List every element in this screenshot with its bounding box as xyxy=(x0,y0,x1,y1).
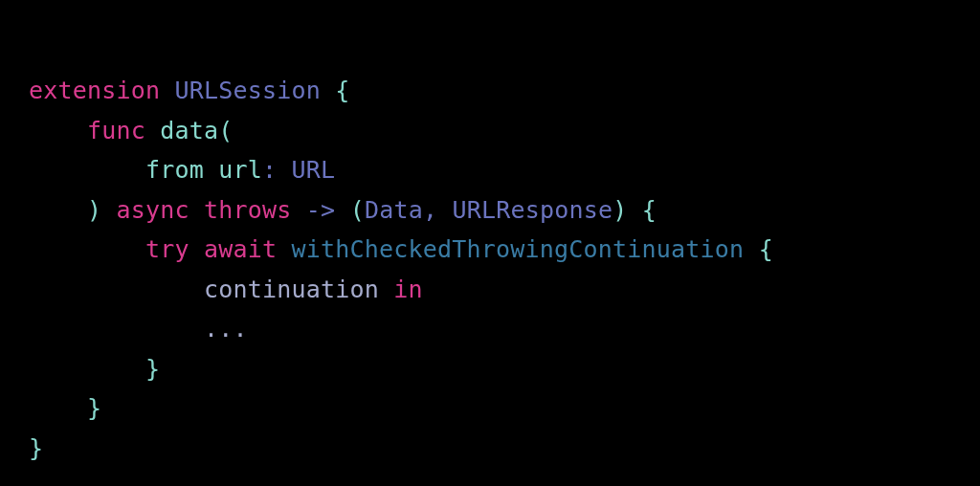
code-token xyxy=(101,196,116,224)
code-token: -> xyxy=(306,196,336,224)
code-token: { xyxy=(759,235,773,263)
code-token: data xyxy=(160,117,218,144)
code-token: in xyxy=(393,276,423,303)
code-token xyxy=(335,196,349,224)
code-token xyxy=(29,315,204,342)
code-token: ) xyxy=(612,196,627,224)
code-token: URL xyxy=(292,156,336,184)
code-token: func xyxy=(87,117,145,144)
code-token: URLResponse xyxy=(452,196,612,224)
code-token xyxy=(160,77,174,104)
code-token xyxy=(145,117,160,144)
code-token xyxy=(627,196,641,224)
code-token xyxy=(277,235,291,263)
code-token: , xyxy=(423,196,437,224)
code-token: Data xyxy=(365,196,423,224)
code-token: ( xyxy=(218,117,233,144)
code-token: await xyxy=(204,235,277,263)
code-token xyxy=(29,156,145,184)
code-token: withCheckedThrowingContinuation xyxy=(292,235,745,263)
code-token xyxy=(29,355,145,383)
code-token: : xyxy=(262,156,277,184)
code-token xyxy=(29,235,145,263)
code-token xyxy=(29,276,204,303)
code-token: { xyxy=(335,77,349,104)
code-token: ) xyxy=(87,196,101,224)
code-token: } xyxy=(29,434,43,462)
code-token: extension xyxy=(29,77,160,104)
code-token xyxy=(321,77,335,104)
code-token xyxy=(189,196,204,224)
code-token xyxy=(29,394,87,422)
code-token xyxy=(277,156,291,184)
code-token: throws xyxy=(204,196,292,224)
code-token xyxy=(204,156,218,184)
code-content: extension URLSession { func data( from u… xyxy=(29,77,773,462)
code-token: ... xyxy=(204,315,248,342)
code-token: } xyxy=(145,355,160,383)
code-token: url xyxy=(218,156,262,184)
code-token xyxy=(189,235,204,263)
code-token: from xyxy=(145,156,204,184)
code-token xyxy=(379,276,393,303)
code-token xyxy=(744,235,758,263)
code-token xyxy=(292,196,306,224)
code-token: try xyxy=(145,235,189,263)
code-token: URLSession xyxy=(175,77,322,104)
code-block: extension URLSession { func data( from u… xyxy=(0,24,980,486)
code-token: } xyxy=(87,394,101,422)
code-token: ( xyxy=(350,196,365,224)
code-token xyxy=(29,117,87,144)
code-token xyxy=(437,196,452,224)
code-token: async xyxy=(117,196,189,224)
code-token: continuation xyxy=(204,276,379,303)
code-token xyxy=(29,196,87,224)
code-token: { xyxy=(642,196,657,224)
